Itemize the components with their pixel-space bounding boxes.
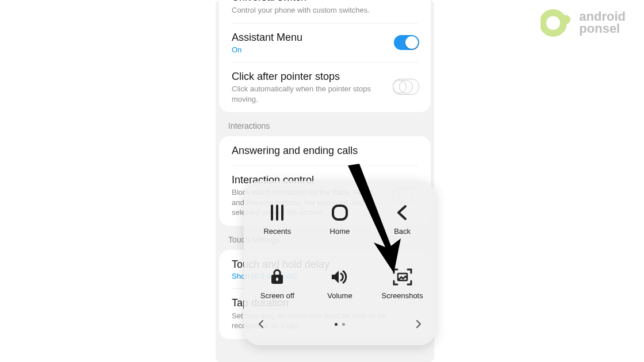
card-dexterity: Universal switch Control your phone with… <box>219 0 431 112</box>
assistant-menu-overlay[interactable]: Recents Home Back Screen off Volume <box>244 181 436 345</box>
pager-dot-active <box>335 323 338 326</box>
row-subtitle: Click automatically when the pointer sto… <box>232 84 418 104</box>
watermark-text: android ponsel <box>579 11 626 35</box>
back-icon <box>393 203 412 222</box>
row-click-after-pointer[interactable]: Click after pointer stops Click automati… <box>219 62 431 113</box>
volume-icon <box>330 267 350 287</box>
section-label-interactions: Interactions <box>216 112 434 136</box>
row-subtitle: Control your phone with custom switches. <box>232 5 418 16</box>
assistant-item-screen-off[interactable]: Screen off <box>246 251 309 315</box>
assistant-label: Back <box>394 227 411 236</box>
screenshot-icon <box>393 267 412 287</box>
assistant-item-home[interactable]: Home <box>309 187 371 251</box>
recents-icon <box>267 203 287 222</box>
watermark-line2: ponsel <box>579 23 626 35</box>
row-universal-switch[interactable]: Universal switch Control your phone with… <box>219 0 431 23</box>
assistant-item-back[interactable]: Back <box>371 187 434 251</box>
toggle-click-after-pointer[interactable] <box>393 79 419 95</box>
svg-point-8 <box>561 15 570 24</box>
assistant-item-volume[interactable]: Volume <box>309 251 371 315</box>
row-title: Answering and ending calls <box>232 144 418 157</box>
divider <box>232 165 418 166</box>
home-icon <box>330 203 350 222</box>
toggle-off-icon <box>393 79 419 95</box>
assistant-item-screenshots[interactable]: Screenshots <box>371 251 434 315</box>
assistant-label: Recents <box>263 227 291 236</box>
row-answering-calls[interactable]: Answering and ending calls <box>219 136 431 165</box>
row-title: Click after pointer stops <box>232 70 418 83</box>
svg-rect-5 <box>276 278 278 281</box>
toggle-on-icon <box>394 35 419 50</box>
row-title: Assistant Menu <box>232 31 418 44</box>
row-state: On <box>232 45 418 54</box>
watermark-logo-icon <box>540 6 575 40</box>
assistant-label: Volume <box>327 291 352 300</box>
pager-dots <box>335 323 345 326</box>
assistant-label: Screen off <box>260 291 294 300</box>
divider <box>232 62 418 63</box>
row-title: Universal switch <box>232 0 418 4</box>
svg-point-7 <box>543 13 564 33</box>
assistant-item-recents[interactable]: Recents <box>246 187 309 251</box>
pager-dot <box>342 323 345 326</box>
svg-rect-3 <box>333 206 347 219</box>
assistant-grid: Recents Home Back Screen off Volume <box>246 187 434 315</box>
divider <box>232 23 418 24</box>
watermark: android ponsel <box>540 6 626 40</box>
row-assistant-menu[interactable]: Assistant Menu On <box>219 23 431 62</box>
toggle-assistant-menu[interactable] <box>394 35 419 50</box>
assistant-pager <box>246 315 434 333</box>
pager-next[interactable] <box>414 319 423 329</box>
lock-icon <box>267 267 287 287</box>
pager-prev[interactable] <box>256 319 266 329</box>
assistant-label: Home <box>330 227 350 236</box>
assistant-label: Screenshots <box>381 291 423 300</box>
